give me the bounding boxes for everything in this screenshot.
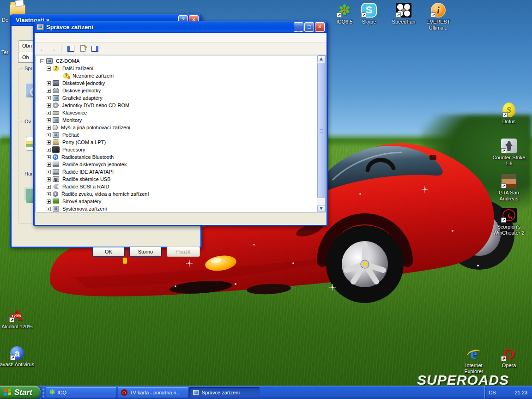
tree-item[interactable]: Řadiče SCSI a RAID: [36, 183, 317, 190]
close-button[interactable]: ×: [315, 22, 325, 32]
scroll-down-button[interactable]: ▼: [317, 205, 325, 212]
tree-item[interactable]: Myši a jiná polohovací zařízení: [36, 124, 317, 131]
taskbar-handle[interactable]: [42, 387, 44, 398]
tree-expander[interactable]: [47, 133, 51, 137]
tree-item[interactable]: Řadiče IDE ATA/ATAPI: [36, 168, 317, 175]
tree-expander[interactable]: [47, 177, 51, 181]
counter-strike-icon: ↗: [501, 139, 517, 153]
shortcut-arrow-icon: ↗: [337, 12, 342, 18]
tree-expander[interactable]: [47, 148, 51, 152]
tree-expander[interactable]: [47, 207, 51, 211]
task-icon: [49, 389, 55, 396]
scrollbar-thumb[interactable]: [317, 63, 325, 198]
tree-expander[interactable]: [47, 96, 51, 100]
forward-button[interactable]: →: [48, 45, 57, 53]
desktop-icon-opera[interactable]: ↗ Opera: [490, 346, 527, 369]
taskbar-task[interactable]: Správce zařízení: [189, 387, 260, 398]
start-button[interactable]: Start: [0, 386, 41, 399]
cancel-button[interactable]: Storno: [129, 247, 162, 257]
tree-expander[interactable]: [47, 118, 51, 122]
menu-item[interactable]: [36, 36, 45, 38]
help-toolbar-button[interactable]: [78, 44, 88, 53]
tree-expander[interactable]: [47, 103, 51, 108]
tree-item[interactable]: Systémová zařízení: [36, 205, 317, 212]
device-type-icon: [53, 199, 59, 204]
menu-item[interactable]: [53, 36, 61, 38]
tree-item[interactable]: Řadiče sběrnice USB: [36, 175, 317, 183]
desktop-icon-avast[interactable]: ↗ avast! Antivirus: [0, 346, 35, 368]
minimize-button[interactable]: _: [294, 22, 303, 32]
tree-expander[interactable]: [47, 200, 51, 204]
tree-item[interactable]: Grafické adaptéry: [36, 94, 317, 102]
desktop-icon-everest[interactable]: ↗ EVEREST Ultima...: [420, 3, 456, 31]
device-type-icon: [53, 117, 59, 123]
tree-expander[interactable]: [47, 170, 51, 174]
tree-item[interactable]: Neznámé zařízení: [36, 72, 317, 79]
language-indicator[interactable]: CS: [489, 390, 496, 395]
desktop-icon-skype[interactable]: ↗ Skype: [351, 3, 387, 25]
desktop-icon-counter-strike[interactable]: ↗ Counter-Strike 1.6: [490, 139, 527, 167]
tree-item[interactable]: Síťové adapatéry: [36, 198, 317, 205]
maximize-button[interactable]: □: [304, 22, 314, 32]
desktop-icon-alcohol[interactable]: ↗ Alcohol 120%: [0, 308, 35, 330]
taskbar-task[interactable]: TV karta - poradna.n...: [118, 387, 188, 398]
tree-expander[interactable]: [47, 155, 51, 159]
desktop-icon-scorpion[interactable]: ↗ Scorpion's WinCheater 2: [490, 208, 527, 236]
menu-item[interactable]: [61, 36, 70, 38]
tree-expander[interactable]: [47, 126, 51, 130]
tree-item[interactable]: Disketové jednotky: [36, 79, 317, 87]
tree-item[interactable]: Řadiče disketových jednotek: [36, 161, 317, 168]
tree-expander[interactable]: [47, 89, 51, 93]
show-console-tree-button[interactable]: [66, 44, 76, 53]
show-action-pane-button[interactable]: [90, 44, 100, 53]
tree-item[interactable]: Porty (COM a LPT): [36, 139, 317, 146]
skype-icon: ↗: [361, 3, 377, 18]
tree-expander[interactable]: [47, 192, 51, 196]
tree-expander[interactable]: [47, 140, 51, 145]
device-type-icon: [53, 162, 59, 167]
desktop-icon-gta[interactable]: ↗ GTA San Andreas: [490, 174, 527, 202]
ok-button[interactable]: OK: [92, 247, 125, 257]
tree-expander[interactable]: [47, 163, 51, 167]
tree-item[interactable]: Radiostanice Bluetooth: [36, 153, 317, 161]
tree-item[interactable]: Monitory: [36, 116, 317, 124]
device-type-icon: [53, 88, 59, 93]
tree-item[interactable]: Diskové jednotky: [36, 87, 317, 94]
clock[interactable]: 21:23: [514, 390, 527, 395]
tree-item[interactable]: Jednotky DVD nebo CD-ROM: [36, 102, 317, 109]
device-type-icon: [53, 125, 58, 130]
menu-item[interactable]: [45, 36, 53, 38]
task-icon: [121, 389, 127, 396]
device-tree-panel: CZ-DOMA Další zařízení Neznámé zařízení …: [36, 55, 326, 212]
avast-ball-icon: ↗: [10, 346, 24, 360]
tree-item[interactable]: Procesory: [36, 146, 317, 153]
tree-expander[interactable]: [47, 111, 51, 115]
device-manager-icon: [36, 24, 44, 30]
desktop-icon-speedfan[interactable]: ↗ SpeedFan: [386, 3, 422, 25]
taskbar-task[interactable]: ICQ: [46, 387, 116, 398]
tree-item[interactable]: Počítač: [36, 131, 317, 139]
fan-icon: ↗: [396, 3, 411, 18]
desktop: SUPEROADS Dc Ter ↗ ICQ6.5 ↗ Skype ↗ Spee…: [0, 0, 532, 399]
device-type-icon: [53, 184, 59, 189]
toolbar: ← →: [35, 42, 326, 55]
tree-item[interactable]: Řadiče zvuku, videa a herních zařízení: [36, 190, 317, 198]
device-manager-titlebar[interactable]: Správce zařízení _ □ ×: [35, 21, 326, 33]
tree-item[interactable]: Klávesnice: [36, 109, 317, 116]
desktop-icon-internet-explorer[interactable]: Internet Explorer: [456, 346, 492, 375]
tree-expander[interactable]: [47, 81, 51, 85]
icq-flower-icon: ↗: [337, 3, 352, 18]
apply-button[interactable]: Použít: [167, 247, 200, 257]
scrollbar[interactable]: ▲ ▼: [317, 55, 325, 212]
device-type-icon: [53, 80, 59, 86]
desktop-icon-dofus[interactable]: ↗ Dofus: [490, 103, 527, 125]
tree-expander[interactable]: [40, 59, 44, 63]
scroll-up-button[interactable]: ▲: [317, 55, 325, 62]
tree-item[interactable]: CZ-DOMA: [36, 57, 317, 65]
tree-expander[interactable]: [47, 66, 51, 71]
start-label: Start: [14, 388, 32, 397]
shortcut-arrow-icon: ↗: [501, 148, 506, 153]
tree-item[interactable]: Další zařízení: [36, 65, 317, 72]
back-button[interactable]: ←: [38, 45, 47, 53]
tree-expander[interactable]: [47, 185, 51, 189]
